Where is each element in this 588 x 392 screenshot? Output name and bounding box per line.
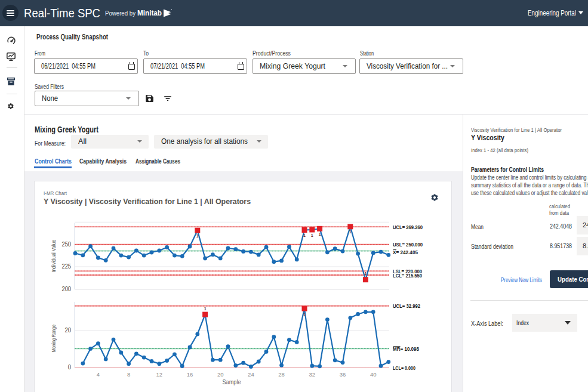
svg-text:USL= 250.000: USL= 250.000 <box>393 242 423 248</box>
svg-text:1: 1 <box>319 232 321 236</box>
svg-text:1: 1 <box>364 271 367 276</box>
svg-text:1: 1 <box>196 234 199 238</box>
svg-text:12: 12 <box>156 371 163 378</box>
svg-text:200: 200 <box>62 286 72 292</box>
svg-text:LCL= 215.550: LCL= 215.550 <box>393 273 422 279</box>
svg-text:40: 40 <box>370 371 377 378</box>
svg-text:Individual Value: Individual Value <box>50 240 57 273</box>
svg-text:MR= 10.098: MR= 10.098 <box>393 346 419 352</box>
svg-text:LCL= 0.000: LCL= 0.000 <box>393 365 415 371</box>
svg-text:Moving Range: Moving Range <box>50 325 57 352</box>
svg-text:8: 8 <box>127 371 130 378</box>
svg-text:1: 1 <box>303 233 306 237</box>
svg-text:1: 1 <box>204 307 207 311</box>
svg-text:0: 0 <box>68 364 72 371</box>
svg-text:16: 16 <box>187 371 193 378</box>
svg-text:1: 1 <box>303 313 306 317</box>
svg-text:1: 1 <box>311 233 313 237</box>
svg-text:24: 24 <box>248 371 254 378</box>
svg-text:UCL= 32.992: UCL= 32.992 <box>393 303 420 309</box>
svg-text:1: 1 <box>349 230 352 234</box>
svg-text:20: 20 <box>65 327 72 334</box>
svg-text:28: 28 <box>278 371 285 378</box>
svg-text:225: 225 <box>62 263 72 270</box>
svg-text:20: 20 <box>217 371 224 378</box>
svg-text:4: 4 <box>97 371 100 378</box>
svg-text:UCL= 269.260: UCL= 269.260 <box>393 224 423 230</box>
svg-text:32: 32 <box>309 371 316 378</box>
svg-text:36: 36 <box>340 371 346 378</box>
svg-text:Sample: Sample <box>223 379 241 385</box>
svg-text:250: 250 <box>62 241 72 248</box>
svg-text:X= 242.405: X= 242.405 <box>393 249 418 255</box>
